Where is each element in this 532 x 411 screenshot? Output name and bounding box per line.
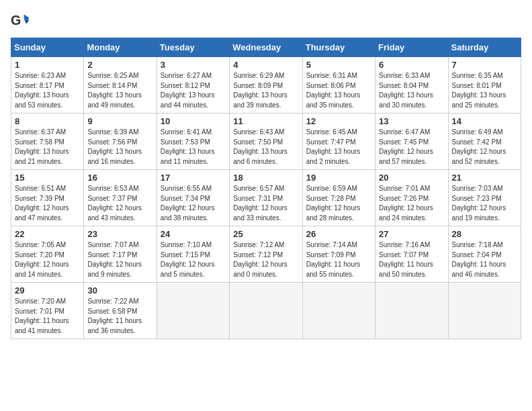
day-info: Sunrise: 7:05 AM Sunset: 7:20 PM Dayligh… <box>15 240 80 279</box>
day-info: Sunrise: 6:35 AM Sunset: 8:01 PM Dayligh… <box>452 71 517 110</box>
day-number: 3 <box>161 60 226 70</box>
day-info: Sunrise: 6:57 AM Sunset: 7:31 PM Dayligh… <box>233 184 298 223</box>
calendar-cell: 21 Sunrise: 7:03 AM Sunset: 7:23 PM Dayl… <box>448 170 521 226</box>
calendar-cell: 24 Sunrise: 7:10 AM Sunset: 7:15 PM Dayl… <box>157 226 229 283</box>
page-header: G <box>11 11 521 30</box>
day-info: Sunrise: 7:03 AM Sunset: 7:23 PM Dayligh… <box>452 184 517 223</box>
calendar-cell: 15 Sunrise: 6:51 AM Sunset: 7:39 PM Dayl… <box>11 170 84 226</box>
calendar-cell: 4 Sunrise: 6:29 AM Sunset: 8:09 PM Dayli… <box>230 57 302 113</box>
day-number: 23 <box>87 229 152 239</box>
calendar-cell <box>302 283 375 339</box>
day-number: 6 <box>379 60 444 70</box>
day-number: 16 <box>87 173 152 183</box>
day-info: Sunrise: 7:01 AM Sunset: 7:26 PM Dayligh… <box>379 184 444 223</box>
day-info: Sunrise: 7:10 AM Sunset: 7:15 PM Dayligh… <box>161 240 226 279</box>
day-info: Sunrise: 7:07 AM Sunset: 7:17 PM Dayligh… <box>87 240 152 279</box>
calendar-cell: 7 Sunrise: 6:35 AM Sunset: 8:01 PM Dayli… <box>448 57 521 113</box>
day-info: Sunrise: 6:59 AM Sunset: 7:28 PM Dayligh… <box>306 184 371 223</box>
day-number: 10 <box>161 116 226 126</box>
calendar-cell: 30 Sunrise: 7:22 AM Sunset: 6:58 PM Dayl… <box>84 283 157 339</box>
calendar-cell: 9 Sunrise: 6:39 AM Sunset: 7:56 PM Dayli… <box>84 113 157 170</box>
day-number: 9 <box>87 116 152 126</box>
day-info: Sunrise: 7:18 AM Sunset: 7:04 PM Dayligh… <box>452 240 517 279</box>
calendar-week-2: 8 Sunrise: 6:37 AM Sunset: 7:58 PM Dayli… <box>11 113 521 170</box>
svg-text:G: G <box>11 13 21 28</box>
logo: G <box>11 11 32 30</box>
calendar-cell: 23 Sunrise: 7:07 AM Sunset: 7:17 PM Dayl… <box>84 226 157 283</box>
day-number: 21 <box>452 173 517 183</box>
calendar-cell: 29 Sunrise: 7:20 AM Sunset: 7:01 PM Dayl… <box>11 283 84 339</box>
calendar-week-3: 15 Sunrise: 6:51 AM Sunset: 7:39 PM Dayl… <box>11 170 521 226</box>
calendar-cell: 12 Sunrise: 6:45 AM Sunset: 7:47 PM Dayl… <box>302 113 375 170</box>
day-number: 27 <box>379 229 444 239</box>
day-info: Sunrise: 6:33 AM Sunset: 8:04 PM Dayligh… <box>379 71 444 110</box>
logo-icon: G <box>11 11 30 30</box>
calendar-cell: 28 Sunrise: 7:18 AM Sunset: 7:04 PM Dayl… <box>448 226 521 283</box>
calendar-cell: 6 Sunrise: 6:33 AM Sunset: 8:04 PM Dayli… <box>375 57 448 113</box>
day-info: Sunrise: 6:31 AM Sunset: 8:06 PM Dayligh… <box>306 71 371 110</box>
day-info: Sunrise: 6:45 AM Sunset: 7:47 PM Dayligh… <box>306 128 371 167</box>
day-info: Sunrise: 6:55 AM Sunset: 7:34 PM Dayligh… <box>161 184 226 223</box>
day-number: 18 <box>233 173 298 183</box>
calendar-cell: 3 Sunrise: 6:27 AM Sunset: 8:12 PM Dayli… <box>157 57 229 113</box>
day-info: Sunrise: 6:23 AM Sunset: 8:17 PM Dayligh… <box>15 71 80 110</box>
day-info: Sunrise: 6:43 AM Sunset: 7:50 PM Dayligh… <box>233 128 298 167</box>
weekday-header-thursday: Thursday <box>302 38 375 57</box>
day-number: 17 <box>161 173 226 183</box>
day-number: 12 <box>306 116 371 126</box>
day-number: 2 <box>87 60 152 70</box>
calendar-cell: 8 Sunrise: 6:37 AM Sunset: 7:58 PM Dayli… <box>11 113 84 170</box>
day-info: Sunrise: 6:51 AM Sunset: 7:39 PM Dayligh… <box>15 184 80 223</box>
day-number: 13 <box>379 116 444 126</box>
day-info: Sunrise: 6:53 AM Sunset: 7:37 PM Dayligh… <box>87 184 152 223</box>
day-info: Sunrise: 6:37 AM Sunset: 7:58 PM Dayligh… <box>15 128 80 167</box>
weekday-header-monday: Monday <box>84 38 157 57</box>
calendar-cell: 11 Sunrise: 6:43 AM Sunset: 7:50 PM Dayl… <box>230 113 302 170</box>
day-number: 19 <box>306 173 371 183</box>
day-info: Sunrise: 6:29 AM Sunset: 8:09 PM Dayligh… <box>233 71 298 110</box>
calendar-cell: 18 Sunrise: 6:57 AM Sunset: 7:31 PM Dayl… <box>230 170 302 226</box>
calendar-cell: 19 Sunrise: 6:59 AM Sunset: 7:28 PM Dayl… <box>302 170 375 226</box>
calendar-cell: 22 Sunrise: 7:05 AM Sunset: 7:20 PM Dayl… <box>11 226 84 283</box>
weekday-header-tuesday: Tuesday <box>157 38 229 57</box>
day-number: 4 <box>233 60 298 70</box>
day-number: 11 <box>233 116 298 126</box>
day-number: 7 <box>452 60 517 70</box>
weekday-header-friday: Friday <box>375 38 448 57</box>
calendar-cell: 10 Sunrise: 6:41 AM Sunset: 7:53 PM Dayl… <box>157 113 229 170</box>
day-number: 28 <box>452 229 517 239</box>
day-info: Sunrise: 7:22 AM Sunset: 6:58 PM Dayligh… <box>87 297 152 336</box>
weekday-header-sunday: Sunday <box>11 38 84 57</box>
day-number: 5 <box>306 60 371 70</box>
calendar-cell: 1 Sunrise: 6:23 AM Sunset: 8:17 PM Dayli… <box>11 57 84 113</box>
day-info: Sunrise: 7:12 AM Sunset: 7:12 PM Dayligh… <box>233 240 298 279</box>
calendar-cell: 14 Sunrise: 6:49 AM Sunset: 7:42 PM Dayl… <box>448 113 521 170</box>
calendar-cell <box>157 283 229 339</box>
day-number: 15 <box>15 173 80 183</box>
day-info: Sunrise: 6:41 AM Sunset: 7:53 PM Dayligh… <box>161 128 226 167</box>
weekday-header-saturday: Saturday <box>448 38 521 57</box>
day-number: 22 <box>15 229 80 239</box>
day-info: Sunrise: 7:20 AM Sunset: 7:01 PM Dayligh… <box>15 297 80 336</box>
calendar-cell <box>448 283 521 339</box>
calendar-cell: 16 Sunrise: 6:53 AM Sunset: 7:37 PM Dayl… <box>84 170 157 226</box>
calendar-cell <box>375 283 448 339</box>
day-number: 25 <box>233 229 298 239</box>
day-number: 24 <box>161 229 226 239</box>
calendar-cell: 26 Sunrise: 7:14 AM Sunset: 7:09 PM Dayl… <box>302 226 375 283</box>
day-info: Sunrise: 6:27 AM Sunset: 8:12 PM Dayligh… <box>161 71 226 110</box>
day-number: 1 <box>15 60 80 70</box>
day-info: Sunrise: 7:16 AM Sunset: 7:07 PM Dayligh… <box>379 240 444 279</box>
day-info: Sunrise: 6:39 AM Sunset: 7:56 PM Dayligh… <box>87 128 152 167</box>
calendar-cell: 25 Sunrise: 7:12 AM Sunset: 7:12 PM Dayl… <box>230 226 302 283</box>
calendar-cell: 2 Sunrise: 6:25 AM Sunset: 8:14 PM Dayli… <box>84 57 157 113</box>
day-info: Sunrise: 6:47 AM Sunset: 7:45 PM Dayligh… <box>379 128 444 167</box>
weekday-header-wednesday: Wednesday <box>230 38 302 57</box>
calendar-cell: 5 Sunrise: 6:31 AM Sunset: 8:06 PM Dayli… <box>302 57 375 113</box>
day-number: 26 <box>306 229 371 239</box>
calendar-cell: 27 Sunrise: 7:16 AM Sunset: 7:07 PM Dayl… <box>375 226 448 283</box>
day-number: 8 <box>15 116 80 126</box>
calendar-week-1: 1 Sunrise: 6:23 AM Sunset: 8:17 PM Dayli… <box>11 57 521 113</box>
calendar-cell <box>230 283 302 339</box>
calendar-table: SundayMondayTuesdayWednesdayThursdayFrid… <box>11 38 521 339</box>
